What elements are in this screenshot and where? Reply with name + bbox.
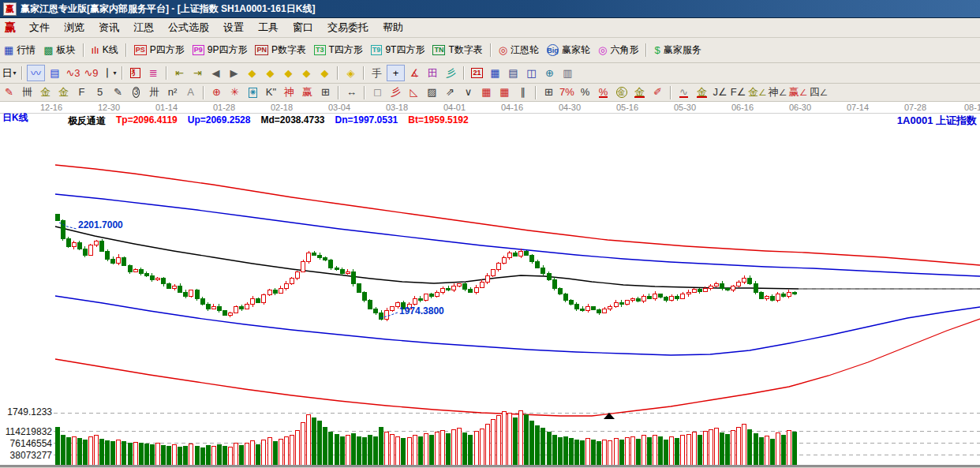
candle-body[interactable] [519, 251, 523, 256]
candle-body[interactable] [491, 270, 495, 276]
candle-body[interactable] [357, 284, 361, 292]
volume-bar[interactable] [441, 431, 445, 466]
candle-body[interactable] [558, 288, 562, 294]
volume-bar[interactable] [714, 429, 718, 466]
candle-body[interactable] [117, 257, 121, 264]
candle-body[interactable] [55, 215, 59, 220]
box-tool-icon-button[interactable]: ◻ [369, 85, 386, 100]
candle-body[interactable] [122, 257, 126, 265]
parallel-lines-icon-button[interactable]: ∥ [514, 85, 531, 100]
volume-bar[interactable] [295, 431, 299, 466]
candle-body[interactable] [195, 290, 199, 298]
volume-bar[interactable] [217, 444, 221, 466]
candle-body[interactable] [536, 261, 540, 268]
star-box-icon-button[interactable]: ✳ [245, 85, 261, 100]
calendar-icon-button[interactable]: 21 [469, 66, 485, 80]
volume-bar[interactable] [664, 440, 668, 466]
volume-bar[interactable] [742, 425, 746, 466]
candle-body[interactable] [301, 261, 305, 271]
volume-bar[interactable] [614, 439, 618, 466]
volume-bar[interactable] [173, 444, 177, 466]
candle-body[interactable] [380, 313, 383, 319]
9t-square-button[interactable]: T99T四方形 [367, 41, 429, 60]
volume-bar[interactable] [83, 440, 87, 466]
candle-body[interactable] [574, 305, 578, 309]
candle-body[interactable] [569, 301, 573, 305]
sectors-button[interactable]: ▩板块 [39, 41, 79, 60]
shen-grid-icon-button[interactable]: 神 [281, 85, 297, 100]
t-square-button[interactable]: T3T四方形 [310, 41, 367, 60]
volume-bar[interactable] [178, 447, 182, 466]
candle-body[interactable] [603, 309, 607, 313]
candle-body[interactable] [458, 284, 462, 286]
info-panel-icon-button[interactable]: ▤ [47, 66, 63, 80]
volume-bar[interactable] [670, 436, 674, 466]
j-angle-icon-button[interactable]: J∠ [712, 85, 728, 100]
candle-body[interactable] [206, 305, 210, 309]
volume-bar[interactable] [351, 434, 355, 466]
zoom-expand-diamond-icon-button[interactable]: ◆ [316, 66, 333, 80]
candle-body[interactable] [429, 294, 433, 297]
candle-body[interactable] [592, 307, 596, 310]
volume-bar[interactable] [787, 431, 791, 466]
star-burst-icon-button[interactable]: ✳ [226, 85, 243, 100]
candle-body[interactable] [167, 284, 171, 288]
n-squared-icon-button[interactable]: n² [164, 85, 181, 100]
kline-button[interactable]: ılıK线 [88, 41, 122, 60]
candle-body[interactable] [737, 282, 741, 286]
volume-bar[interactable] [692, 432, 696, 466]
volume-bar[interactable] [569, 439, 573, 466]
candle-body[interactable] [284, 284, 288, 288]
volume-bar[interactable] [469, 435, 473, 466]
gann-tool-purple-icon-button[interactable]: 田 [425, 66, 441, 80]
candle-body[interactable] [189, 290, 193, 297]
zoom-right-diamond-icon-button[interactable]: ◆ [262, 66, 279, 80]
volume-bar[interactable] [284, 437, 288, 466]
volume-bar[interactable] [223, 446, 226, 466]
analysis-red-icon-button[interactable]: 犭 [127, 66, 144, 80]
gold-underline-icon-button[interactable]: 金 [694, 85, 710, 100]
candle-body[interactable] [72, 243, 76, 247]
candle-body[interactable] [597, 309, 601, 313]
volume-bar[interactable] [312, 418, 316, 466]
candle-body[interactable] [312, 253, 316, 256]
volume-bar[interactable] [77, 439, 81, 466]
volume-bar[interactable] [563, 436, 567, 466]
candle-body[interactable] [659, 294, 663, 298]
volume-bar[interactable] [362, 438, 366, 466]
candle-body[interactable] [469, 289, 473, 292]
candle-body[interactable] [759, 292, 763, 298]
menu-item-3[interactable]: 江恩 [126, 19, 161, 36]
candle-body[interactable] [670, 297, 674, 301]
candle-body[interactable] [653, 294, 657, 298]
volume-bar[interactable] [184, 446, 188, 466]
candle-body[interactable] [507, 253, 511, 257]
menu-item-7[interactable]: 窗口 [286, 19, 320, 36]
volume-bar[interactable] [458, 429, 462, 466]
candle-body[interactable] [742, 278, 746, 282]
pane-label[interactable]: 日K线 [2, 111, 28, 125]
volume-bar[interactable] [748, 430, 752, 466]
candle-body[interactable] [619, 302, 623, 305]
candle-body[interactable] [362, 292, 366, 300]
volume-bar[interactable] [653, 435, 657, 466]
candle-body[interactable] [463, 284, 467, 289]
candle-body[interactable] [681, 294, 685, 298]
candle-body[interactable] [139, 270, 143, 274]
candle-body[interactable] [267, 290, 271, 295]
volume-bar[interactable] [597, 442, 601, 466]
volume-bar[interactable] [765, 436, 769, 466]
menu-item-8[interactable]: 交易委托 [320, 19, 376, 36]
candle-body[interactable] [630, 298, 634, 301]
candle-body[interactable] [547, 274, 551, 280]
candle-body[interactable] [608, 307, 612, 309]
volume-bar[interactable] [435, 432, 439, 466]
candle-body[interactable] [83, 249, 87, 256]
volume-bar[interactable] [111, 442, 115, 466]
volume-bar[interactable] [301, 423, 305, 466]
candle-body[interactable] [128, 265, 132, 271]
title-bar[interactable]: 赢 赢家江恩专业版[赢家内部服务平台] - [上证指数 SH1A0001-161… [0, 0, 980, 18]
t-percent-icon-button[interactable]: 7% [559, 85, 575, 100]
candle-body[interactable] [374, 309, 378, 313]
candle-body[interactable] [351, 271, 355, 284]
